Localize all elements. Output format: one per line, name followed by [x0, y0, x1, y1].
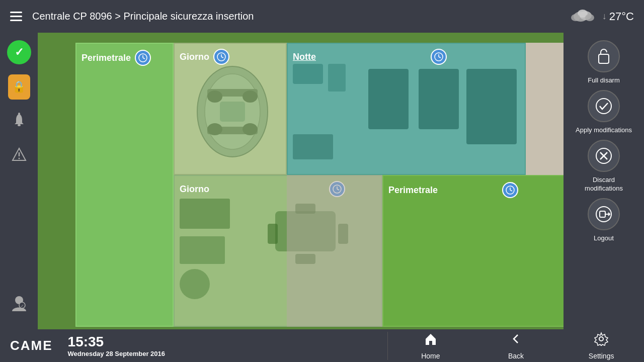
- apply-modifications-button[interactable]: Apply modifications: [574, 90, 634, 135]
- warning-button[interactable]: [7, 144, 31, 168]
- svg-point-26: [243, 123, 258, 135]
- header-left: Centrale CP 8096 > Principale sicurezza …: [10, 11, 254, 22]
- bottom-nav: Home Back Settings: [387, 332, 644, 360]
- settings-nav-button[interactable]: Settings: [576, 332, 626, 360]
- svg-text:✓: ✓: [20, 304, 24, 308]
- full-disarm-label: Full disarm: [588, 76, 620, 85]
- settings-icon: [594, 332, 608, 349]
- svg-rect-43: [600, 211, 605, 217]
- home-nav-button[interactable]: Home: [406, 332, 456, 360]
- settings-label: Settings: [589, 352, 614, 360]
- giorno-zone-top[interactable]: Giorno: [174, 43, 287, 175]
- bottom-left: CAME 15:35 Wednesday 28 September 2016: [0, 334, 387, 357]
- svg-point-24: [243, 90, 258, 103]
- svg-rect-37: [599, 54, 609, 63]
- perimetrale-zone-left[interactable]: Perimetrale: [75, 43, 174, 327]
- date-value: 28 September 2016: [106, 350, 165, 357]
- svg-point-45: [599, 337, 603, 341]
- svg-point-25: [207, 123, 222, 135]
- car-illustration: [185, 61, 280, 162]
- temperature-value: 27°C: [609, 10, 634, 23]
- bottom-bar: CAME 15:35 Wednesday 28 September 2016 H…: [0, 329, 644, 362]
- svg-point-3: [571, 14, 580, 21]
- left-sidebar: ✓ 🔒: [0, 33, 38, 329]
- perimetrale-bottom-label: Perimetrale: [388, 182, 518, 198]
- discard-modifications-button[interactable]: Discard modifications: [574, 140, 634, 193]
- user-button[interactable]: ✓: [7, 293, 31, 317]
- logout-icon: [588, 198, 620, 230]
- discard-modifications-label: Discard modifications: [574, 176, 634, 193]
- check-button[interactable]: ✓: [7, 40, 31, 64]
- home-label: Home: [421, 352, 440, 360]
- time-display: 15:35 Wednesday 28 September 2016: [68, 334, 165, 357]
- svg-point-38: [596, 99, 611, 114]
- full-disarm-button[interactable]: Full disarm: [574, 40, 634, 85]
- svg-line-36: [510, 190, 512, 191]
- svg-point-9: [18, 157, 20, 159]
- main-area: ✓ 🔒: [0, 33, 644, 329]
- lock-icon: 🔒: [12, 80, 26, 94]
- came-brand: CAME: [10, 338, 53, 353]
- day-name: Wednesday: [68, 350, 104, 357]
- svg-line-18: [221, 57, 223, 58]
- svg-point-6: [18, 113, 20, 115]
- header-title: Centrale CP 8096 > Principale sicurezza …: [32, 11, 254, 22]
- hallway: [287, 175, 382, 327]
- floor-plan: Perimetrale Giorno: [38, 33, 564, 329]
- lock-button[interactable]: 🔒: [8, 74, 30, 100]
- notte-clock[interactable]: [431, 49, 447, 65]
- svg-rect-27: [220, 102, 245, 122]
- bell-button[interactable]: [7, 110, 31, 134]
- logout-label: Logout: [594, 234, 614, 243]
- apply-modifications-icon: [588, 90, 620, 122]
- header: Centrale CP 8096 > Principale sicurezza …: [0, 0, 644, 33]
- full-disarm-icon: [588, 40, 620, 72]
- home-icon: [424, 332, 438, 349]
- check-icon: ✓: [15, 46, 24, 59]
- svg-line-30: [439, 57, 441, 58]
- svg-point-4: [585, 14, 594, 21]
- warning-icon: [12, 147, 27, 165]
- perimetrale-zone-bottom[interactable]: Perimetrale: [382, 175, 564, 327]
- discard-modifications-icon: [588, 140, 620, 172]
- svg-rect-5: [18, 124, 21, 126]
- current-date: Wednesday 28 September 2016: [68, 350, 165, 357]
- perimetrale-top-clock[interactable]: [135, 50, 151, 66]
- right-panel: Full disarm Apply modifications Disca: [564, 33, 644, 329]
- apply-modifications-label: Apply modifications: [576, 126, 632, 135]
- weather-icon: [571, 7, 595, 27]
- user-icon: ✓: [11, 295, 27, 314]
- bell-icon: [12, 113, 26, 131]
- back-nav-button[interactable]: Back: [491, 332, 541, 360]
- back-icon: [509, 332, 523, 349]
- notte-label: Notte: [293, 49, 447, 65]
- back-label: Back: [508, 352, 524, 360]
- perimetrale-top-label: Perimetrale: [82, 50, 151, 66]
- temperature-display: ↓ 27°C: [602, 10, 634, 23]
- svg-point-23: [207, 90, 222, 103]
- logout-button[interactable]: Logout: [574, 198, 634, 243]
- svg-line-15: [143, 58, 145, 59]
- perimetrale-bottom-clock[interactable]: [502, 182, 518, 198]
- header-right: ↓ 27°C: [571, 7, 634, 27]
- notte-zone[interactable]: Notte: [287, 43, 526, 175]
- current-time: 15:35: [68, 334, 165, 350]
- menu-icon[interactable]: [10, 12, 22, 21]
